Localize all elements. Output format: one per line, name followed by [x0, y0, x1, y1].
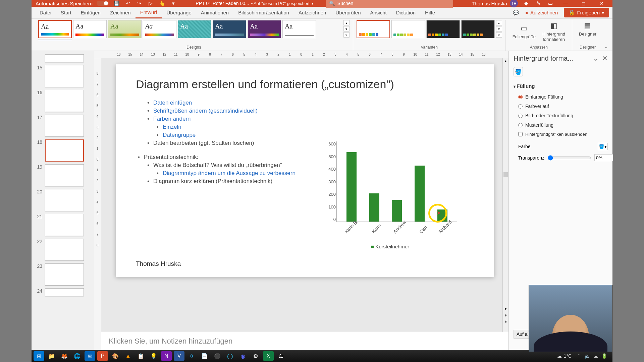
thumb-preview[interactable]	[45, 139, 84, 162]
save-icon[interactable]: 💾	[113, 0, 120, 7]
theme-thumb[interactable]: Aa	[248, 20, 281, 38]
variant-thumb[interactable]	[461, 20, 495, 38]
pen-icon[interactable]: ✎	[535, 0, 542, 7]
telegram-icon[interactable]: ✈	[186, 351, 197, 361]
outlook-icon[interactable]: ✉	[85, 351, 95, 361]
format-background-button[interactable]: ◧Hintergrund formatieren	[539, 20, 569, 44]
slide-footer-author[interactable]: Thomas Hruska	[136, 260, 181, 267]
app-icon[interactable]: 📄	[199, 351, 210, 361]
thumbnail-item[interactable]: 16	[32, 88, 94, 113]
chevron-down-icon[interactable]: ▾	[312, 1, 314, 6]
weather-widget[interactable]: ☁ 1°C	[557, 353, 572, 359]
visio-icon[interactable]: V	[174, 351, 184, 361]
thumbnail-item[interactable]: 20	[32, 188, 94, 213]
onenote-icon[interactable]: N	[161, 351, 172, 361]
thumbnail-item[interactable]: 17	[32, 113, 94, 138]
fill-tab-icon[interactable]: 🪣	[514, 67, 523, 76]
settings-icon[interactable]: ⚙	[250, 351, 261, 361]
radio-pattern-fill[interactable]: Musterfüllung	[518, 122, 608, 128]
undo-icon[interactable]: ↶	[124, 0, 131, 7]
tab-ueberpruefen[interactable]: Überprüfen	[331, 7, 365, 18]
slide-title[interactable]: Diagramm erstellen und formatieren („cus…	[136, 78, 474, 91]
app-icon[interactable]: ◯	[225, 351, 235, 361]
thumb-preview[interactable]	[45, 164, 84, 186]
excel-icon[interactable]: X	[263, 351, 274, 361]
firefox-icon[interactable]: 🦊	[59, 351, 70, 361]
variant-thumb[interactable]	[391, 20, 425, 38]
redo-icon[interactable]: ↷	[136, 0, 143, 7]
theme-thumb[interactable]: Aa	[38, 40, 72, 40]
theme-thumb[interactable]: Aa	[73, 20, 107, 38]
radio-solid-fill[interactable]: Einfarbige Füllung	[518, 94, 608, 100]
tab-start[interactable]: Start	[56, 7, 76, 18]
fill-section-header[interactable]: Füllung	[514, 83, 608, 89]
windows-taskbar[interactable]: ⊞ 📁 🦊 🌐 ✉ P 🎨 ▲ 📋 💡 N V ✈ 📄 ⚫ ◯ ◉ ⚙ X 🗂 …	[32, 350, 612, 362]
thumbnail-item[interactable]	[32, 53, 94, 64]
notes-input[interactable]: Klicken Sie, um Notizen hinzuzufügen	[101, 332, 508, 352]
theme-thumb[interactable]: Aa	[282, 20, 316, 38]
themes-scroll[interactable]: ▴▾▿	[342, 20, 350, 40]
tab-zeichnen[interactable]: Zeichnen	[105, 7, 136, 18]
from-beginning-icon[interactable]: ▷	[147, 0, 154, 7]
maximize-button[interactable]: ◻	[577, 0, 590, 7]
theme-thumb[interactable]: Aa	[213, 20, 246, 38]
app-icon[interactable]: 💡	[148, 351, 159, 361]
discord-icon[interactable]: ◉	[237, 351, 248, 361]
radio-gradient-fill[interactable]: Farbverlauf	[518, 104, 608, 109]
thumb-preview[interactable]	[45, 239, 84, 261]
transparency-value[interactable]	[594, 154, 613, 161]
thumbnail-item[interactable]: 15	[32, 64, 94, 88]
transparency-slider[interactable]	[548, 155, 591, 161]
thumbnail-item[interactable]: 19	[32, 163, 94, 188]
thumb-preview[interactable]	[45, 214, 84, 236]
chrome-icon[interactable]: 🌐	[72, 351, 83, 361]
thumbnail-item[interactable]: 23	[32, 262, 94, 287]
pane-close-icon[interactable]: ✕	[602, 55, 608, 62]
comments-icon[interactable]: 💬	[513, 10, 519, 16]
document-title[interactable]: PPT 01 Roter Faden 00...	[196, 1, 249, 6]
obs-icon[interactable]: ⚫	[212, 351, 223, 361]
tab-hilfe[interactable]: Hilfe	[420, 7, 440, 18]
tab-dictation[interactable]: Dictation	[391, 7, 420, 18]
thumbnail-item[interactable]: 21	[32, 213, 94, 237]
save-location[interactable]: • Auf "diesem PC" gespeichert	[251, 1, 310, 6]
start-button[interactable]: ⊞	[34, 351, 44, 361]
diamond-icon[interactable]: ◆	[523, 0, 530, 7]
thumb-preview[interactable]	[45, 65, 84, 87]
thumb-preview[interactable]	[45, 189, 84, 211]
slide-canvas[interactable]: Diagramm erstellen und formatieren („cus…	[116, 64, 494, 277]
thumbnail-item[interactable]: 18	[32, 138, 94, 163]
theme-thumb[interactable]: Aa	[38, 20, 72, 38]
app-icon[interactable]: 🗂	[276, 351, 286, 361]
slide-size-button[interactable]: ▭Foliengröße	[509, 20, 539, 44]
touch-mode-icon[interactable]: 👆	[158, 0, 166, 7]
tab-einfuegen[interactable]: Einfügen	[76, 7, 105, 18]
variants-gallery[interactable]	[357, 20, 495, 40]
minimize-button[interactable]: —	[559, 0, 572, 7]
thumb-preview[interactable]	[45, 54, 84, 62]
search-input[interactable]	[337, 1, 450, 6]
thumbnail-item[interactable]: 24	[32, 287, 94, 298]
vertical-scrollbar[interactable]: ▴ ▾ ⇞ ⇟	[502, 58, 508, 332]
window-icon[interactable]: ▭	[547, 0, 554, 7]
theme-thumb[interactable]: Aa	[108, 20, 142, 38]
thumb-preview[interactable]	[45, 115, 84, 137]
thumb-preview[interactable]	[45, 288, 84, 296]
tab-aufzeichnen[interactable]: Aufzeichnen	[294, 7, 331, 18]
app-icon[interactable]: 📋	[136, 351, 146, 361]
thumbnail-item[interactable]: 22	[32, 237, 94, 262]
embedded-chart[interactable]: 6005004003002001000 Karin B.KarinAndrewC…	[323, 141, 457, 239]
pane-dropdown-icon[interactable]: ⌄	[593, 55, 599, 62]
app-icon[interactable]: 🎨	[110, 351, 121, 361]
theme-thumb[interactable]: Aa	[143, 20, 176, 38]
variant-thumb[interactable]	[426, 20, 460, 38]
qat-more-icon[interactable]: ▾	[170, 0, 177, 7]
check-hide-bg-graphics[interactable]: Hintergrundgrafiken ausblenden	[518, 132, 608, 137]
themes-gallery[interactable]: Aa Aa Aa Aa Aa Aa Aa Aa Aa	[38, 20, 342, 40]
variant-thumb[interactable]	[357, 20, 390, 38]
tab-animationen[interactable]: Animationen	[196, 7, 233, 18]
record-button[interactable]: ● Aufzeichnen	[525, 10, 558, 15]
tab-bildschirm[interactable]: Bildschirmpräsentation	[233, 7, 294, 18]
tab-ansicht[interactable]: Ansicht	[366, 7, 391, 18]
theme-thumb[interactable]: Aa	[178, 20, 211, 38]
